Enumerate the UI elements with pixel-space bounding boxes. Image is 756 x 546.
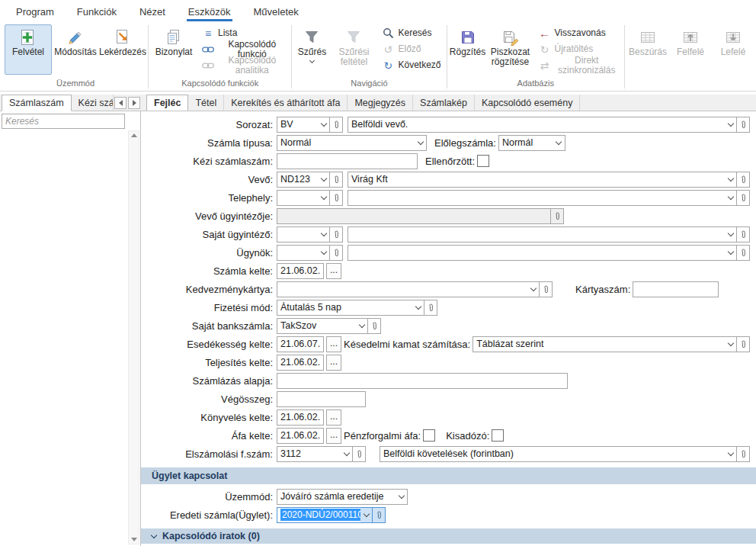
penzforgalmi-afa-checkbox[interactable] [423,429,435,442]
attachment-button[interactable] [737,117,750,133]
scroll-up-icon[interactable] [131,133,137,137]
date-picker-button[interactable]: ... [326,428,341,444]
kisadozo-checkbox[interactable] [492,429,504,442]
vevo-nev-combo[interactable]: Virág Kft [348,172,737,188]
elszamolasi-fszam-combo[interactable]: 3112 [277,446,353,462]
kereses-button[interactable]: Keresés [377,25,444,41]
eredeti-szamla-combo[interactable]: 2020-NDÚ2/000110 [277,507,373,523]
menu-nezet[interactable]: Nézet [128,0,177,23]
date-picker-button[interactable]: ... [326,355,341,371]
felvetel-button[interactable]: Felvétel [5,24,52,75]
telephely-kod-combo[interactable] [277,190,330,206]
date-picker-button[interactable]: ... [326,410,341,426]
invoice-list[interactable] [0,129,140,546]
ellenorzott-checkbox[interactable] [477,155,489,167]
chevron-down-icon [725,227,736,242]
tab-kapcsolodo-esemeny[interactable]: Kapcsolódó esemény [475,95,581,111]
menu-program[interactable]: Program [5,0,66,23]
visszavonas-button[interactable]: ← Visszavonás [534,25,623,41]
rogzites-button[interactable]: Rögzítés [449,24,487,75]
modositas-button[interactable]: Módosítás [52,24,99,75]
tab-szamlakep[interactable]: Számlakép [413,95,475,111]
afa-kelte-input[interactable] [277,428,324,444]
attachment-button[interactable] [737,226,750,242]
szures-button[interactable]: Szűrés [293,24,330,75]
piszkozat-rogzitese-button[interactable]: Piszkozat rögzítése [487,24,534,75]
tab-fejlec[interactable]: Fejléc [146,95,188,111]
attachment-button[interactable] [737,245,750,261]
lekerdezes-button[interactable]: Lekérdezés [99,24,146,75]
ugynok-kod-combo[interactable] [277,245,330,261]
direkt-szinkronizalas-button[interactable]: ⇄ Direkt szinkronizálás [534,57,623,73]
elszamolasi-fszam-nev-combo[interactable]: Belföldi követelések (forintban) [380,446,737,462]
teljesites-kelte-input[interactable] [277,355,324,371]
attachment-button[interactable] [368,318,381,334]
tab-tetel[interactable]: Tétel [188,95,224,111]
date-picker-button[interactable]: ... [326,336,341,352]
szamla-tipusa-combo[interactable]: Normál [277,135,427,151]
tab-megjegyzes[interactable]: Megjegyzés [348,95,413,111]
kovetkezo-button[interactable]: ↻ Következő [377,57,444,73]
kapcsolodo-iratok-header[interactable]: Kapcsolódó iratok (0) [141,528,756,544]
vevo-kod-combo[interactable]: ND123 [277,172,330,188]
bizonylat-button[interactable]: Bizonylat [150,24,197,75]
attachment-button[interactable] [330,190,343,206]
esedekesseg-kelte-input[interactable] [277,336,324,352]
attachment-button[interactable] [540,281,553,297]
kezi-szamlaszam-input[interactable] [277,153,418,169]
tab-kezi-szamlaszam[interactable]: Kézi számlas [72,95,114,111]
sajat-bankszamla-combo[interactable]: TakSzov [277,318,368,334]
menu-muveletek[interactable]: Műveletek [242,0,310,23]
tab-scroll-right-button[interactable] [128,97,140,109]
sajat-ugyintezo-kod-combo[interactable] [277,226,330,242]
chevron-down-icon [725,337,736,352]
felfele-button[interactable]: Felfelé [669,24,712,75]
menu-funkciok[interactable]: Funkciók [66,0,128,23]
fizetesi-mod-combo[interactable]: Átutalás 5 nap [277,300,424,316]
tab-kerekites[interactable]: Kerekítés és áthárított áfa [224,95,348,111]
left-panel-tabs: Számlaszám Kézi számlas [0,95,141,111]
tab-scroll-left-button[interactable] [114,97,127,109]
sorozat-nev-combo[interactable]: Belföldi vevő. [348,117,737,133]
attachment-button[interactable] [330,172,343,188]
kesedelmi-kamat-combo[interactable]: Táblázat szerint [472,336,737,352]
scrollbar[interactable] [128,130,139,544]
elolegszamla-combo[interactable]: Normál [498,135,565,151]
attachment-button[interactable] [330,117,343,133]
elozo-button[interactable]: ↺ Előző [377,41,444,57]
attachment-button[interactable] [330,226,343,242]
beszuras-button[interactable]: Beszúrás [626,24,669,75]
attachment-button[interactable] [373,507,386,523]
ugynok-nev-combo[interactable] [348,245,737,261]
tab-szamlaszam[interactable]: Számlaszám [2,95,72,111]
kedvezmenykartya-combo[interactable] [277,281,540,297]
attachment-button[interactable] [330,245,343,261]
vegosszeg-input[interactable] [277,391,366,407]
menu-eszkozok[interactable]: Eszközök [177,0,242,23]
sajat-ugyintezo-nev-combo[interactable] [348,226,737,242]
attachment-button[interactable] [737,172,750,188]
circle-arrow-cw-icon: ↻ [381,60,395,71]
attachment-button[interactable] [353,446,366,462]
attachment-button[interactable] [737,446,750,462]
chevron-down-icon [553,136,565,150]
szuresi-feltetel-button[interactable]: Szűrési feltétel [330,24,377,75]
attachment-button[interactable] [737,190,750,206]
szamla-kelte-input[interactable] [277,263,324,279]
sorozat-combo[interactable]: BV [277,117,330,133]
attachment-button[interactable] [737,336,750,352]
search-input[interactable] [2,114,125,129]
attachment-button[interactable] [551,208,564,224]
szamlazas-alapja-input[interactable] [277,373,568,389]
uzemmod-combo[interactable]: Jóváíró számla eredetije [277,489,408,505]
date-picker-button[interactable]: ... [326,263,341,279]
scroll-down-icon[interactable] [131,538,137,541]
kapcsolodo-analitika-button[interactable]: Kapcsolódó analitika [197,57,290,73]
kartyaszam-input[interactable] [633,281,719,297]
funnel-icon [303,27,321,47]
chevron-down-icon [412,300,424,315]
lefele-button[interactable]: Lefelé [712,24,754,75]
konyveles-kelte-input[interactable] [277,410,324,426]
telephely-nev-combo[interactable] [348,190,737,206]
attachment-button[interactable] [424,300,437,316]
